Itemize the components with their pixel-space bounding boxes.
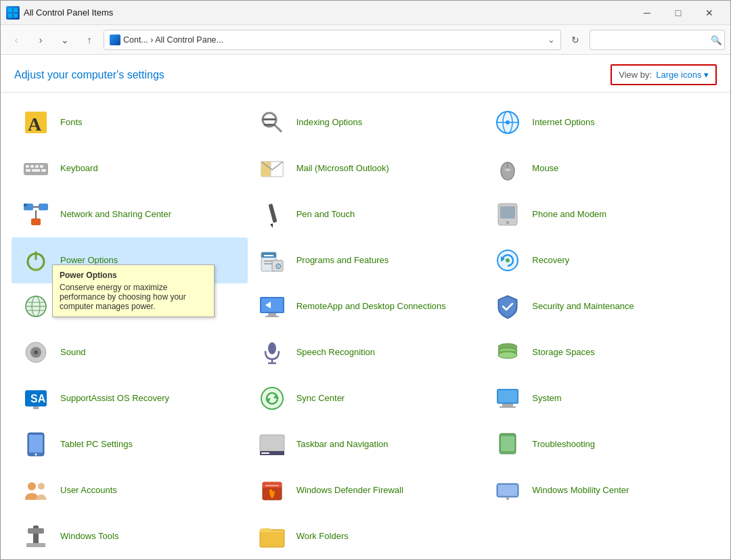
refresh-button[interactable]: ↻ — [565, 30, 585, 50]
item-label-security-maintenance: Security and Maintenance — [532, 301, 634, 312]
item-windows-mobility[interactable]: Windows Mobility Center — [483, 467, 719, 513]
item-mail[interactable]: Mail (Microsoft Outlook) — [248, 145, 484, 191]
item-icon-windows-tools — [20, 520, 52, 553]
item-label-sync-center: Sync Center — [296, 393, 345, 404]
title-bar: All Control Panel Items ─ □ ✕ — [1, 1, 730, 25]
svg-point-93 — [38, 483, 45, 490]
svg-point-76 — [261, 388, 283, 409]
svg-rect-18 — [40, 165, 43, 168]
back-button[interactable]: ‹ — [6, 30, 26, 50]
item-icon-supportassist: SA — [20, 382, 52, 415]
svg-rect-29 — [24, 204, 27, 206]
item-remoteapp[interactable]: RemoteApp and Desktop Connections — [248, 283, 484, 329]
svg-point-65 — [268, 342, 276, 354]
svg-rect-84 — [29, 435, 43, 452]
item-icon-work-folders — [256, 520, 288, 553]
svg-rect-20 — [32, 169, 40, 172]
item-troubleshooting[interactable]: Troubleshooting — [483, 421, 719, 467]
item-keyboard[interactable]: Keyboard — [12, 145, 248, 191]
item-recovery[interactable]: Recovery — [483, 237, 719, 283]
address-bar: ‹ › ⌄ ↑ Cont... › All Control Pane... ⌄ … — [1, 25, 730, 55]
item-fonts[interactable]: AFonts — [12, 99, 248, 145]
item-internet-options[interactable]: Internet Options — [483, 99, 719, 145]
item-label-taskbar: Taskbar and Navigation — [296, 439, 389, 450]
svg-rect-59 — [268, 313, 276, 316]
close-button[interactable]: ✕ — [694, 1, 725, 25]
item-label-fonts: Fonts — [60, 117, 83, 129]
search-button[interactable]: 🔍 — [711, 34, 722, 45]
item-network-sharing[interactable]: Network and Sharing Center — [12, 191, 248, 237]
item-icon-windows-mobility — [491, 474, 524, 507]
item-label-remoteapp: RemoteApp and Desktop Connections — [296, 301, 446, 312]
item-storage-spaces[interactable]: Storage Spaces — [483, 329, 719, 375]
svg-rect-99 — [506, 497, 509, 500]
svg-rect-58 — [261, 298, 283, 312]
search-container: 🔍 — [590, 30, 725, 50]
view-by-dropdown[interactable]: Large icons ▾ — [656, 70, 709, 80]
content-header: Adjust your computer's settings View by:… — [1, 55, 730, 93]
window-title: All Control Panel Items — [24, 7, 632, 18]
svg-rect-8 — [264, 124, 275, 126]
item-power-options[interactable]: Power OptionsPower OptionsConserve energ… — [12, 237, 248, 283]
app-icon — [6, 6, 20, 20]
item-icon-mail — [256, 152, 288, 185]
svg-text:A: A — [28, 114, 42, 135]
svg-marker-35 — [270, 224, 273, 228]
item-icon-user-accounts — [20, 474, 52, 507]
item-security-maintenance[interactable]: Security and Maintenance — [483, 283, 719, 329]
item-icon-programs-features: ⚙ — [256, 244, 288, 277]
svg-rect-19 — [26, 169, 30, 172]
item-label-sound: Sound — [60, 347, 86, 358]
item-label-keyboard: Keyboard — [60, 163, 98, 174]
up-button[interactable]: ↑ — [79, 30, 99, 50]
item-supportassist[interactable]: SASupportAssist OS Recovery — [12, 375, 248, 421]
address-field[interactable]: Cont... › All Control Pane... ⌄ — [104, 30, 561, 50]
item-label-indexing-options: Indexing Options — [296, 117, 363, 129]
path-dropdown-icon[interactable]: ⌄ — [548, 34, 555, 45]
item-windows-tools[interactable]: Windows Tools — [12, 513, 248, 559]
item-icon-fonts: A — [20, 106, 52, 139]
item-taskbar[interactable]: Taskbar and Navigation — [248, 421, 484, 467]
item-windows-defender[interactable]: Windows Defender Firewall — [248, 467, 484, 513]
item-label-power-options: Power Options — [60, 255, 118, 266]
item-user-accounts[interactable]: User Accounts — [12, 467, 248, 513]
svg-rect-86 — [260, 435, 284, 451]
item-icon-tablet-pc — [20, 428, 52, 461]
item-work-folders[interactable]: Work Folders — [248, 513, 484, 559]
svg-point-51 — [506, 258, 510, 262]
svg-rect-60 — [265, 316, 279, 317]
item-icon-taskbar — [256, 428, 288, 461]
svg-text:⚙: ⚙ — [275, 262, 282, 271]
item-indexing-options[interactable]: Indexing Options — [248, 99, 484, 145]
item-label-system: System — [532, 393, 561, 404]
svg-rect-101 — [28, 528, 44, 534]
maximize-button[interactable]: □ — [663, 1, 694, 25]
item-tablet-pc[interactable]: Tablet PC Settings — [12, 421, 248, 467]
item-icon-speech-recognition — [256, 336, 288, 369]
item-speech-recognition[interactable]: Speech Recognition — [248, 329, 484, 375]
item-icon-security-maintenance — [491, 290, 524, 323]
item-sound[interactable]: Sound — [12, 329, 248, 375]
item-label-region: Region — [60, 301, 88, 312]
search-input[interactable] — [590, 30, 725, 50]
main-window: All Control Panel Items ─ □ ✕ ‹ › ⌄ ↑ Co… — [0, 0, 731, 560]
item-pen-touch[interactable]: Pen and Touch — [248, 191, 484, 237]
item-mouse[interactable]: Mouse — [483, 145, 719, 191]
svg-point-63 — [34, 350, 38, 354]
recent-locations-button[interactable]: ⌄ — [55, 30, 75, 50]
item-phone-modem[interactable]: Phone and Modem — [483, 191, 719, 237]
address-icon — [110, 34, 120, 45]
minimize-button[interactable]: ─ — [632, 1, 663, 25]
item-label-supportassist: SupportAssist OS Recovery — [60, 393, 169, 404]
item-label-tablet-pc: Tablet PC Settings — [60, 439, 133, 450]
svg-rect-3 — [14, 14, 18, 18]
item-programs-features[interactable]: ⚙Programs and Features — [248, 237, 484, 283]
item-sync-center[interactable]: Sync Center — [248, 375, 484, 421]
svg-rect-88 — [261, 452, 269, 454]
svg-point-92 — [28, 482, 36, 490]
item-icon-indexing-options — [256, 106, 288, 139]
item-system[interactable]: System — [483, 375, 719, 421]
svg-rect-21 — [41, 169, 46, 172]
item-region[interactable]: Region — [12, 283, 248, 329]
forward-button[interactable]: › — [30, 30, 51, 50]
